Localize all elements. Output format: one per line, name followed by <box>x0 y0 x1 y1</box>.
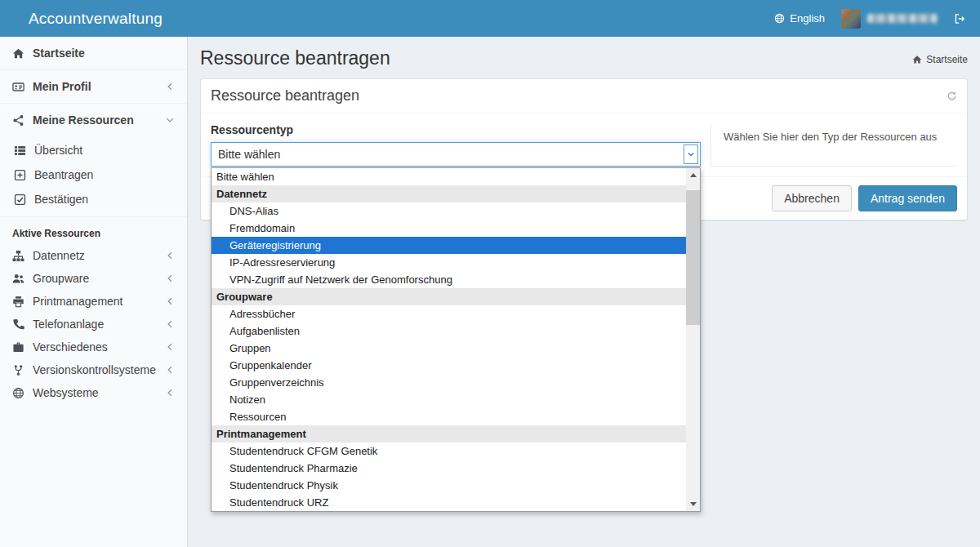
chevron-left-icon <box>165 82 175 91</box>
sidebar-item-meine-ressourcen[interactable]: Meine Ressourcen <box>0 104 187 136</box>
sidebar-item-label: Beantragen <box>34 168 93 181</box>
scrollbar-thumb[interactable] <box>686 190 700 325</box>
dropdown-option[interactable]: IP-Adressreservierung <box>212 254 686 271</box>
globe-icon <box>12 387 24 399</box>
request-resource-card: Ressource beantragen Ressourcentyp Bitte… <box>200 78 968 220</box>
dropdown-option[interactable]: Fremddomain <box>212 220 686 237</box>
card-title: Ressource beantragen <box>211 87 359 105</box>
sidebar-submenu-meine-ressourcen: Übersicht Beantragen Bestätigen <box>0 136 187 217</box>
dropdown-option[interactable]: Gruppenkalender <box>212 357 686 374</box>
sidebar-item-beantragen[interactable]: Beantragen <box>0 162 187 187</box>
sidebar-item-label: Startseite <box>33 47 85 60</box>
chevron-down-icon <box>165 115 175 125</box>
user-name-redacted <box>867 14 938 23</box>
dropdown-group-header: Datennetz <box>212 185 686 202</box>
dropdown-option[interactable]: Ressourcen <box>212 408 686 425</box>
briefcase-icon <box>12 341 24 354</box>
list-icon <box>14 145 26 157</box>
sidebar-item-telefonanlage[interactable]: Telefonanlage <box>0 313 187 336</box>
breadcrumb[interactable]: Startseite <box>912 54 968 65</box>
chevron-left-icon <box>165 365 175 375</box>
sidebar-item-label: Mein Profil <box>33 80 91 93</box>
dropdown-group-header: Groupware <box>212 288 686 305</box>
resource-type-dropdown: Bitte wählen Datennetz DNS-Alias Fremddo… <box>211 167 701 512</box>
sidebar-item-printmanagement[interactable]: Printmanagement <box>0 290 187 313</box>
dropdown-option[interactable]: Gruppenverzeichnis <box>212 374 686 391</box>
dropdown-option[interactable]: Studentendruck Pharmazie <box>212 460 686 477</box>
sidebar-item-verschiedenes[interactable]: Verschiedenes <box>0 336 187 358</box>
chevron-left-icon <box>165 251 175 260</box>
avatar <box>841 9 861 29</box>
sidebar-item-websysteme[interactable]: Websysteme <box>0 381 187 404</box>
id-card-icon <box>12 81 24 93</box>
sitemap-icon <box>12 250 24 262</box>
chevron-left-icon <box>165 274 175 283</box>
sidebar-item-label: Meine Ressourcen <box>33 113 134 127</box>
sidebar-item-versionskontrollsysteme[interactable]: Versionskontrollsysteme <box>0 358 187 381</box>
page-title: Ressource beantragen <box>200 47 390 69</box>
sidebar: Startseite Mein Profil Meine Ressourcen <box>0 37 188 547</box>
sidebar-item-bestaetigen[interactable]: Bestätigen <box>0 187 187 211</box>
sidebar-item-groupware[interactable]: Groupware <box>0 267 187 290</box>
dropdown-option[interactable]: Studentendruck Physik <box>212 477 686 494</box>
chevron-left-icon <box>165 296 175 306</box>
sidebar-item-uebersicht[interactable]: Übersicht <box>0 138 187 162</box>
topbar-right: English <box>774 9 965 29</box>
dropdown-option[interactable]: Aufgabenlisten <box>212 322 686 340</box>
resource-type-select[interactable]: Bitte wählen <box>211 142 701 167</box>
scroll-down-arrow[interactable] <box>686 497 700 511</box>
dropdown-option[interactable]: Adressbücher <box>212 305 686 322</box>
dropdown-option-highlighted[interactable]: Geräteregistrierung <box>212 237 686 254</box>
sidebar-item-label: Groupware <box>33 272 89 285</box>
chevron-down-icon <box>687 150 695 158</box>
home-icon <box>912 55 922 64</box>
dropdown-option[interactable]: Notizen <box>212 391 686 408</box>
scroll-up-arrow[interactable] <box>686 168 700 182</box>
scrollbar-track[interactable] <box>686 182 700 497</box>
form-column: Ressourcentyp Bitte wählen <box>211 123 701 167</box>
dropdown-scrollbar[interactable] <box>686 168 700 511</box>
sidebar-item-label: Verschiedenes <box>33 340 108 354</box>
resource-type-label: Ressourcentyp <box>211 123 701 136</box>
select-value: Bitte wählen <box>212 148 682 161</box>
topbar: Accountverwaltung English <box>0 0 980 37</box>
language-label: English <box>790 12 825 24</box>
sidebar-item-startseite[interactable]: Startseite <box>0 37 187 70</box>
select-caret <box>684 145 698 164</box>
user-menu[interactable] <box>841 9 938 29</box>
cancel-button[interactable]: Abbrechen <box>772 185 852 211</box>
dropdown-group-header: Printmanagement <box>212 425 686 442</box>
sidebar-item-label: Bestätigen <box>34 193 88 206</box>
breadcrumb-home-label: Startseite <box>926 54 968 65</box>
sidebar-item-label: Websysteme <box>33 386 99 399</box>
resource-type-select-wrap: Bitte wählen Bitte wählen Date <box>211 142 701 167</box>
sidebar-item-mein-profil[interactable]: Mein Profil <box>0 70 187 104</box>
main-content: Ressource beantragen Startseite Ressourc… <box>188 37 980 547</box>
language-switcher[interactable]: English <box>774 12 825 24</box>
sidebar-item-label: Datennetz <box>33 249 85 262</box>
sidebar-item-datennetz[interactable]: Datennetz <box>0 244 187 267</box>
submit-request-button[interactable]: Antrag senden <box>858 185 957 211</box>
content-header: Ressource beantragen Startseite <box>188 37 980 78</box>
card-body: Ressourcentyp Bitte wählen <box>201 113 967 176</box>
card-header: Ressource beantragen <box>201 79 967 113</box>
dropdown-option[interactable]: VPN-Zugriff auf Netzwerk der Genomforsch… <box>212 271 686 288</box>
sidebar-item-label: Telefonanlage <box>33 318 104 331</box>
chevron-left-icon <box>165 319 175 329</box>
resource-type-help-text: Wählen Sie hier den Typ der Ressourcen a… <box>710 123 957 167</box>
sidebar-item-label: Versionskontrollsysteme <box>33 363 156 376</box>
dropdown-option[interactable]: DNS-Alias <box>212 202 686 220</box>
dropdown-option[interactable]: Bitte wählen <box>212 168 686 185</box>
logout-button[interactable] <box>954 13 965 24</box>
refresh-button[interactable] <box>947 91 957 101</box>
app-title: Accountverwaltung <box>29 10 163 28</box>
printer-icon <box>12 296 24 308</box>
dropdown-option[interactable]: Gruppen <box>212 340 686 357</box>
phone-icon <box>12 318 24 331</box>
dropdown-option[interactable]: Studentendruck URZ <box>212 494 686 511</box>
dropdown-option[interactable]: Studentendruck CFGM Genetik <box>212 442 686 460</box>
sidebar-item-label: Printmanagement <box>33 295 123 308</box>
share-icon <box>12 114 24 127</box>
sidebar-item-label: Übersicht <box>34 144 82 157</box>
check-square-icon <box>14 193 26 206</box>
